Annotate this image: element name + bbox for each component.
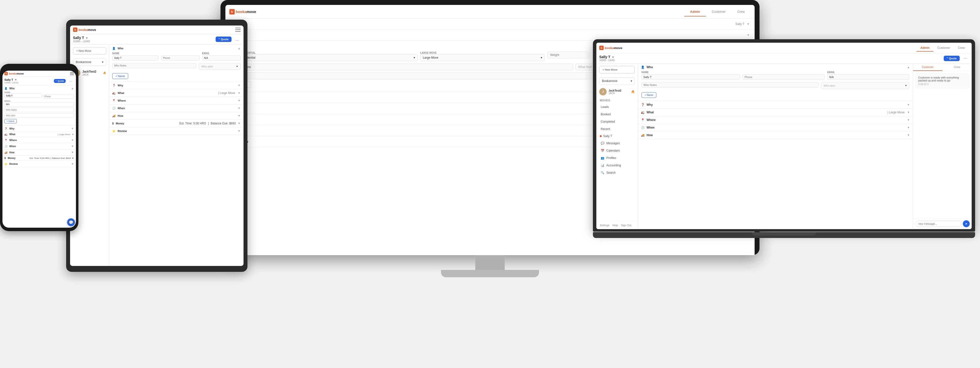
tablet-notes-input[interactable] — [112, 63, 196, 68]
tablet-why-header[interactable]: ❓ Why ▼ — [109, 82, 243, 89]
search-icon: 🔍 — [601, 171, 605, 174]
phone-when-header[interactable]: 🕐 When ▼ — [2, 143, 76, 149]
phone-more-button[interactable]: ··· — [68, 78, 74, 83]
tablet-how-header[interactable]: 🚚 How ▼ — [109, 112, 243, 120]
phone-chat-fab[interactable]: 💬 — [67, 218, 75, 226]
phone-add-name-button[interactable]: + Name — [5, 119, 17, 123]
laptop-where-header[interactable]: 📍 Where ▼ — [638, 116, 913, 124]
laptop-sidebar-calendars[interactable]: 📅 Calendars — [596, 147, 638, 154]
laptop-sidebar-messages[interactable]: 💬 Messages — [596, 139, 638, 147]
tablet-name-input[interactable] — [112, 56, 159, 61]
phone-notes-input[interactable] — [5, 108, 74, 112]
tablet-quote-button[interactable]: " Quote — [216, 37, 232, 42]
laptop-why-header[interactable]: ❓ Why ▼ — [638, 101, 913, 109]
tablet-alert-select[interactable]: Who alert ▾ — [199, 63, 240, 70]
move-type-select[interactable]: Local Residential ▾ — [230, 54, 418, 61]
signout-link[interactable]: Sign Out — [621, 224, 632, 227]
phone-review-title: ⭐ Review — [5, 163, 18, 165]
laptop-chat-send-button[interactable]: ➤ — [963, 220, 970, 227]
laptop-quote-button[interactable]: " Quote — [944, 56, 960, 61]
tablet-more-button[interactable]: ... — [234, 36, 240, 42]
laptop-tab-customer[interactable]: Customer — [934, 45, 954, 51]
why-header[interactable]: ❓ Why ▼ — [225, 30, 755, 40]
laptop-sidebar-accounting[interactable]: 📊 Accounting — [596, 162, 638, 169]
tablet-who-section: 👤 Who ▲ NAME — [109, 45, 243, 82]
tab-customer[interactable]: Customer — [706, 7, 731, 16]
phone-how-header[interactable]: 🚚 How ▼ — [2, 149, 76, 155]
tablet-new-move-button[interactable]: + New Move — [73, 47, 106, 54]
laptop-send-icon: ➤ — [965, 222, 967, 226]
settings-link[interactable]: Settings — [600, 224, 609, 227]
laptop-add-name-button[interactable]: + Name — [641, 92, 656, 98]
laptop-recent-move-sally[interactable]: Sally T — [596, 133, 638, 139]
phone-brand-name: bookamove — [9, 72, 24, 75]
phone-who-row1: NAME — [5, 91, 74, 99]
move-size-select[interactable]: Large Move ▾ — [420, 54, 545, 61]
tablet-who-header[interactable]: 👤 Who ▲ — [109, 45, 243, 52]
phone-where-chevron: ▼ — [71, 138, 74, 142]
tablet-where-header[interactable]: 📍 Where ▼ — [109, 97, 243, 104]
mobile-phone: b bookamove Sally T ▾ — [0, 64, 78, 231]
laptop-sidebar-completed[interactable]: Completed — [596, 118, 638, 125]
tablet-money-section: $ Money Est. Time: 5:00 HRS | Balance Du… — [109, 120, 243, 127]
laptop-what-header[interactable]: 🚛 What | Large Move ▼ — [638, 109, 913, 116]
tablet-when-header[interactable]: 🕐 When ▼ — [109, 104, 243, 112]
phone-client-header: Sally T ▾ 16985 - LEAD " Quote ··· — [2, 77, 76, 85]
tab-crew[interactable]: Crew — [732, 7, 751, 16]
laptop-how-chevron: ▼ — [907, 133, 910, 137]
laptop-chat-input[interactable] — [915, 221, 961, 227]
phone-where-header[interactable]: 📍 Where ▼ — [2, 137, 76, 143]
phone-review-header[interactable]: ⭐ Review ▼ — [2, 161, 76, 167]
laptop-who-name-row: NAME EMAIL — [641, 71, 910, 80]
phone-money-header[interactable]: $ Money Est. Time: 5:00 HRS | Balance Du… — [2, 155, 76, 161]
tablet-review-header[interactable]: ⭐ Review ▼ — [109, 127, 243, 135]
laptop-chat-tab-crew[interactable]: Crew — [942, 64, 972, 71]
phone-phone-input[interactable] — [43, 94, 74, 99]
tab-admin[interactable]: Admin — [684, 7, 706, 16]
calendar-icon: 📅 — [601, 149, 605, 152]
tablet-email-input[interactable] — [202, 56, 241, 61]
phone-why-header[interactable]: ❓ Why ▼ — [2, 126, 76, 131]
phone-alert-input[interactable] — [5, 114, 74, 118]
who-header[interactable]: 👤 Who Sally T ▼ — [225, 19, 755, 29]
laptop-how-header[interactable]: 🚚 How ▼ — [638, 131, 913, 139]
phone-name-input[interactable] — [5, 93, 41, 98]
phone-what-header[interactable]: 🚛 What | Large Move ▼ — [2, 132, 76, 137]
laptop-notes-input[interactable] — [641, 82, 819, 88]
help-link[interactable]: Help — [612, 224, 618, 227]
hamburger-line-2 — [235, 29, 240, 30]
laptop-company-dropdown[interactable]: Bookamove ▾ — [599, 77, 635, 85]
laptop-phone-input[interactable] — [743, 74, 825, 80]
weight-input[interactable] — [547, 51, 589, 58]
tablet-who-chevron: ▲ — [238, 46, 240, 50]
phone-hamburger[interactable] — [70, 72, 74, 75]
phone-why-chevron: ▼ — [71, 127, 74, 130]
laptop-sidebar-leads[interactable]: Leads — [596, 103, 638, 110]
laptop-sidebar-booked[interactable]: Booked — [596, 110, 638, 118]
laptop-email-input[interactable] — [827, 74, 910, 80]
laptop-sidebar-profiles[interactable]: 👥 Profiles — [596, 154, 638, 162]
laptop-sidebar-recent[interactable]: Recent — [596, 125, 638, 133]
tablet-phone-input[interactable] — [161, 56, 200, 61]
tablet-add-name-button[interactable]: + Name — [112, 73, 128, 79]
laptop-chat-tab-customer[interactable]: Customer — [913, 64, 942, 71]
tablet-money-header[interactable]: $ Money Est. Time: 5:00 HRS | Balance Du… — [109, 120, 243, 127]
laptop-tab-crew[interactable]: Crew — [954, 45, 969, 51]
phone-quote-button[interactable]: " Quote — [54, 79, 66, 83]
laptop-header: b bookamove Admin Customer Crew — [596, 43, 972, 53]
tablet-what-header[interactable]: 🚛 What | Large Move ▼ — [109, 89, 243, 97]
laptop-who-header[interactable]: 👤 Who ▲ — [638, 64, 913, 71]
hamburger-button[interactable] — [235, 28, 240, 32]
laptop-when-header[interactable]: 🕐 When ▼ — [638, 124, 913, 131]
phone-ham-2 — [70, 74, 74, 74]
phone-chat-icon[interactable]: 💬 — [67, 218, 75, 226]
laptop-sidebar-search[interactable]: 🔍 Search — [596, 169, 638, 176]
laptop-more-button[interactable]: ··· — [962, 55, 969, 61]
laptop-name-input[interactable] — [641, 74, 740, 80]
laptop-new-move-button[interactable]: + New Move — [599, 66, 635, 74]
phone-who-header[interactable]: 👤 Who ▲ — [2, 85, 76, 91]
laptop-tab-admin[interactable]: Admin — [916, 45, 934, 51]
laptop-where-title: 📍 Where — [641, 118, 655, 122]
laptop-alert-select[interactable]: Who alert ▾ — [821, 82, 910, 89]
phone-email-input[interactable] — [5, 102, 74, 106]
